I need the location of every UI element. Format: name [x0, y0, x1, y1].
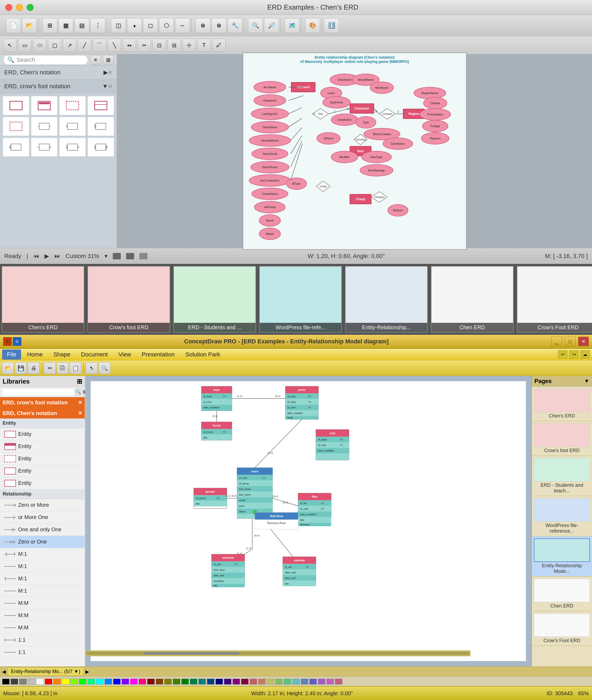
maximize-button[interactable]	[27, 4, 34, 11]
win-pages-options[interactable]: ▼	[584, 378, 589, 384]
pal-purple[interactable]	[224, 679, 232, 685]
pal-khaki[interactable]	[267, 679, 274, 685]
thumb-crows-foot[interactable]: Crow's foot ERD	[88, 266, 170, 333]
win-page-crows[interactable]: Crow's foot ERD	[532, 421, 592, 456]
lib-item-zero-or-one[interactable]: Zero or One	[0, 536, 85, 548]
win-tool-copy[interactable]: ⿻	[57, 362, 68, 374]
shape-entity3[interactable]	[59, 96, 86, 115]
toolbar-connect-btn2[interactable]: ⊗	[211, 18, 227, 33]
lib-item-11-2[interactable]: 1:1	[0, 646, 85, 658]
lib-item-m1-3[interactable]: M:1	[0, 573, 85, 585]
toolbar-shape-btn4[interactable]: ⬡	[159, 18, 174, 33]
win-tab-left[interactable]: ◀	[2, 669, 6, 675]
pal-light-teal[interactable]	[292, 679, 300, 685]
pal-blue[interactable]	[113, 679, 120, 685]
search-box[interactable]: 🔍 Search	[3, 55, 88, 65]
pal-green[interactable]	[79, 679, 86, 685]
lib-item-entity4[interactable]: Entity	[0, 465, 85, 477]
thumb-chen-erd[interactable]: Chen ERD	[431, 266, 513, 333]
toolbar-open-btn[interactable]: 📂	[22, 18, 37, 33]
pal-dark-lime[interactable]	[173, 679, 180, 685]
library-crowsfoot-close[interactable]: ✕	[108, 83, 112, 90]
pal-white[interactable]	[36, 679, 44, 685]
pal-dark-rose[interactable]	[241, 679, 249, 685]
win-page-chens[interactable]: Chen's ERD	[532, 386, 592, 421]
toolbar-shape-btn3[interactable]: ◻	[143, 18, 158, 33]
lib-item-zero-or-more[interactable]: Zero or More	[0, 499, 85, 511]
crop-tool[interactable]: ✂	[138, 39, 151, 52]
lib-group-chen-header[interactable]: ERD, Chen's notation ✕	[0, 408, 85, 419]
toolbar-grid-btn[interactable]: ⊞	[42, 18, 57, 33]
minimize-button[interactable]	[16, 4, 23, 11]
shape-rel7[interactable]	[88, 138, 114, 157]
pal-azure[interactable]	[104, 679, 112, 685]
menu-presentation[interactable]: Presentation	[137, 349, 180, 360]
shape-entity1[interactable]	[3, 96, 29, 115]
toolbar-zoom-in-btn[interactable]: 🔍	[248, 18, 263, 33]
pal-lavender[interactable]	[318, 679, 325, 685]
playback-next[interactable]: ⏭	[54, 253, 60, 260]
page-btn3[interactable]	[140, 253, 147, 259]
pal-olive[interactable]	[164, 679, 172, 685]
thumb-chens-erd[interactable]: Chen's ERD	[2, 266, 84, 333]
shape-rel2[interactable]	[59, 117, 86, 136]
lib-item-one-or-more[interactable]: or More One	[0, 511, 85, 524]
close-button[interactable]	[5, 4, 12, 11]
menu-shape[interactable]: Shape	[49, 349, 75, 360]
toolbar-map-btn[interactable]: 🗺️	[285, 18, 299, 33]
page-btn2[interactable]	[126, 253, 134, 259]
zoom-sel-tool[interactable]: ⊟	[167, 39, 181, 52]
pal-red[interactable]	[45, 679, 52, 685]
win-quick-btn1[interactable]: ↩	[558, 350, 568, 359]
ellipse-tool[interactable]: ⬭	[33, 39, 46, 52]
pal-spring[interactable]	[88, 679, 95, 685]
toolbar-shape-btn2[interactable]: ⬧	[127, 18, 142, 33]
lib-item-m1-1[interactable]: M:1	[0, 548, 85, 560]
pal-brown[interactable]	[156, 679, 163, 685]
library-chen-close[interactable]: ✕	[108, 69, 112, 76]
win-page-entity-rel[interactable]: Entity-Relationship Mode...	[532, 536, 592, 577]
win-tool-cut[interactable]: ✂	[44, 362, 56, 374]
lib-item-entity3[interactable]: Entity	[0, 452, 85, 465]
pal-sea[interactable]	[190, 679, 197, 685]
menu-view[interactable]: View	[113, 349, 136, 360]
shape-rel3[interactable]	[88, 117, 114, 136]
lib-item-mm-1[interactable]: M:M	[0, 597, 85, 609]
toolbar-table-btn[interactable]: ▤	[75, 18, 89, 33]
pal-dark-blue[interactable]	[215, 679, 223, 685]
pal-dusty-rose[interactable]	[250, 679, 257, 685]
lib-item-entity1[interactable]: Entity	[0, 428, 85, 440]
pal-medium-blue[interactable]	[309, 679, 317, 685]
thumb-crows-foot-erd[interactable]: Crow's Foot ERD	[517, 266, 592, 333]
lib-item-mm-2[interactable]: M:M	[0, 609, 85, 622]
panel-list-btn[interactable]: ≡	[90, 55, 101, 65]
pal-mint[interactable]	[284, 679, 291, 685]
shape-rel5[interactable]	[31, 138, 58, 157]
win-tool-select[interactable]: ↖	[86, 362, 98, 374]
win-page-chen[interactable]: Chen ERD	[532, 577, 592, 611]
zoom-down[interactable]: ▾	[104, 253, 107, 260]
pal-slate[interactable]	[301, 679, 308, 685]
win-tool-print[interactable]: 🖨	[28, 362, 40, 374]
win-tool-zoom[interactable]: 🔍	[99, 362, 110, 374]
toolbar-color-btn[interactable]: 🎨	[305, 18, 320, 33]
pal-berry[interactable]	[335, 679, 342, 685]
thumb-entity-rel[interactable]: Entity-Relationship...	[345, 266, 428, 333]
toolbar-connect-btn1[interactable]: ⊕	[195, 18, 210, 33]
pal-gray[interactable]	[19, 679, 27, 685]
pal-cyan[interactable]	[96, 679, 103, 685]
lib-item-entity5[interactable]: Entity	[0, 477, 85, 489]
text-tool[interactable]: T	[197, 39, 211, 52]
pan-tool[interactable]: ☩	[183, 39, 196, 52]
toolbar-shape-btn5[interactable]: ↔	[175, 18, 190, 33]
lib-crowsfoot-close[interactable]: ✕	[78, 399, 82, 406]
win-hscrollbar[interactable]	[85, 650, 471, 656]
shape-entity2[interactable]	[31, 96, 58, 115]
pal-light-green[interactable]	[275, 679, 283, 685]
win-minimize-btn[interactable]: _	[551, 337, 562, 346]
toolbar-connect-btn3[interactable]: 🔧	[228, 18, 242, 33]
win-quick-btn3[interactable]: ☁	[580, 350, 590, 359]
pal-magenta[interactable]	[130, 679, 138, 685]
win-close-btn[interactable]: ✕	[578, 337, 589, 346]
toolbar-layout-btn[interactable]: ▦	[58, 18, 73, 33]
